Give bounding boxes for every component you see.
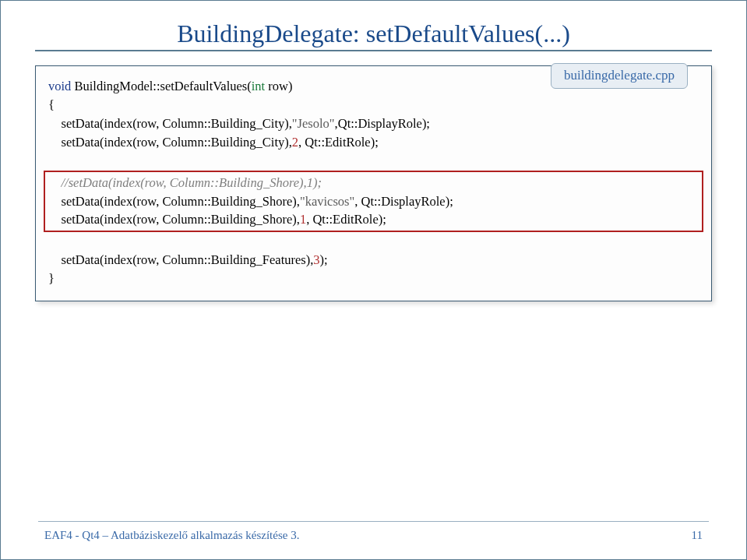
keyword-int: int [252,79,265,93]
number-literal: 2 [292,135,298,150]
code-line: { [48,96,699,114]
code-line: setData(index(row, Column::Building_Shor… [48,210,699,229]
code-line: setData(index(row, Column::Building_City… [48,114,699,133]
code-line: setData(index(row, Column::Building_Feat… [48,251,699,269]
string-literal: "kavicsos" [300,194,354,209]
code-text: setData(index(row, Column::Building_Shor… [48,212,300,227]
comment: //setData(index(row, Column::Building_Sh… [48,175,322,190]
footer-text: EAF4 - Qt4 – Adatbáziskezelő alkalmazás … [44,529,299,542]
code-line: } [48,269,699,288]
string-literal: "Jesolo" [292,116,335,131]
number-literal: 1 [300,212,306,227]
highlight-box: //setData(index(row, Column::Building_Sh… [44,171,703,233]
code-text: BuildingModel::setDefaultValues( [71,79,251,93]
page-number: 11 [692,529,703,542]
code-text: , Qt::EditRole); [306,212,386,227]
code-line: setData(index(row, Column::Building_City… [48,133,699,152]
code-text: setData(index(row, Column::Building_City… [48,135,292,150]
blank-line [48,232,699,251]
code-text: , Qt::DisplayRole); [354,194,453,209]
code-text: ); [320,252,328,267]
code-text: , Qt::EditRole); [298,135,379,150]
code-text: setData(index(row, Column::Building_City… [48,116,292,131]
code-text: setData(index(row, Column::Building_Feat… [48,252,313,267]
footer-divider [38,521,709,522]
keyword-void: void [48,79,71,93]
code-line: setData(index(row, Column::Building_Shor… [48,192,699,211]
filename-badge: buildingdelegate.cpp [551,63,688,89]
code-text: ,Qt::DisplayRole); [335,116,430,131]
title-bar: BuildingDelegate: setDefaultValues(...) [35,19,712,51]
code-line: //setData(index(row, Column::Building_Sh… [48,174,699,192]
code-block: buildingdelegate.cpp void BuildingModel:… [35,65,712,301]
footer: EAF4 - Qt4 – Adatbáziskezelő alkalmazás … [1,529,746,542]
code-text: row) [265,79,292,93]
code-text: setData(index(row, Column::Building_Shor… [48,194,300,209]
number-literal: 3 [313,252,319,267]
page-title: BuildingDelegate: setDefaultValues(...) [35,19,712,48]
blank-line [48,152,699,171]
slide-container: BuildingDelegate: setDefaultValues(...) … [0,0,747,560]
